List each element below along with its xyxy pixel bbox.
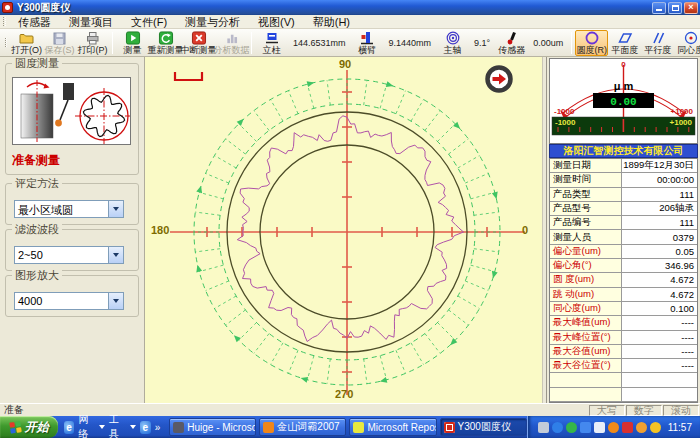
menu-sensor[interactable]: 传感器	[9, 15, 60, 29]
row-label: 产品型号	[550, 202, 622, 216]
row-value: 206轴承	[622, 202, 697, 216]
roundness-circle-icon	[584, 31, 600, 45]
quicklaunch-network[interactable]: 网络	[78, 413, 95, 438]
status-num: 数字	[626, 405, 662, 416]
start-button[interactable]: 开始	[0, 416, 58, 438]
close-button[interactable]: ×	[684, 2, 698, 14]
column-button[interactable]: 立柱	[255, 30, 288, 56]
task-button-huige[interactable]: Huige - Microsof...	[169, 418, 256, 436]
row-value: ----	[622, 316, 697, 330]
tray-icon[interactable]	[566, 422, 577, 433]
minimize-button[interactable]	[652, 2, 666, 14]
system-tray: 11:57	[527, 416, 700, 438]
clock[interactable]: 11:57	[668, 422, 692, 433]
gauge-unit: μ m	[614, 80, 634, 92]
menu-file[interactable]: 文件(F)	[122, 15, 176, 29]
tray-icon[interactable]	[580, 422, 591, 433]
analyze-chart-icon	[224, 31, 240, 45]
status-caps: 大写	[589, 405, 625, 416]
row-value: 00:00:00	[622, 173, 697, 187]
row-value: 111	[622, 216, 697, 230]
method-combobox[interactable]: 最小区域圆	[14, 200, 124, 218]
menu-measure-analyze[interactable]: 测量与分析	[176, 15, 249, 29]
magnify-combobox[interactable]: 4000	[14, 292, 124, 310]
task-button-repository[interactable]: Microsoft Reposi...	[349, 418, 436, 436]
row-value: ----	[622, 359, 697, 373]
ie-icon[interactable]: e	[140, 421, 151, 434]
task-button-ciba[interactable]: 金山词霸2007	[259, 418, 346, 436]
column-value: 144.6531mm	[293, 38, 346, 48]
menubar-grip	[3, 17, 6, 26]
printer-icon	[85, 31, 100, 45]
ie-icon[interactable]: e	[64, 421, 75, 434]
interrupt-x-icon	[191, 31, 207, 45]
method-value: 最小区域圆	[15, 201, 108, 217]
spindle-button[interactable]: 主轴	[436, 30, 469, 56]
row-value: 4.672	[622, 273, 697, 287]
menubar: 传感器 测量项目 文件(F) 测量与分析 视图(V) 帮助(H)	[0, 15, 700, 29]
tray-icon[interactable]	[636, 422, 647, 433]
concentricity-dot-icon	[683, 31, 699, 45]
sensor-value: 0.00um	[533, 38, 563, 48]
row-label: 产品类型	[550, 188, 622, 202]
row-value: ----	[622, 331, 697, 345]
row-label: 跳 动(um)	[550, 288, 622, 302]
filter-dropdown-button[interactable]	[108, 247, 123, 263]
angle-label-0: 0	[522, 224, 528, 236]
mode-roundness-button[interactable]: 圆度(R)	[575, 30, 608, 56]
quicklaunch-tools[interactable]: 工具	[109, 413, 126, 438]
results-panel: 0 μ m 0.00 -1000 +1000 -1000 +1000 洛阳汇智测…	[547, 57, 700, 403]
app-icon[interactable]	[2, 2, 13, 13]
toolbar-separator	[251, 32, 252, 54]
remeasure-refresh-icon	[158, 31, 174, 45]
tray-icon[interactable]	[608, 422, 619, 433]
mode-parallelism-button[interactable]: 平行度	[641, 30, 674, 56]
row-label: 测量时间	[550, 173, 622, 187]
gauge-bar-max: +1000	[670, 118, 693, 127]
row-value: ----	[622, 345, 697, 359]
remeasure-button[interactable]: 重新测量	[149, 30, 182, 56]
save-button[interactable]: 保存(S)	[43, 30, 76, 56]
chevron-down-icon[interactable]	[99, 425, 105, 429]
measure-play-icon	[125, 31, 141, 45]
row-label	[550, 373, 622, 387]
tray-icon[interactable]	[538, 422, 549, 433]
chevron-down-icon[interactable]	[130, 425, 136, 429]
filter-group-title: 滤波波段	[12, 223, 62, 235]
menu-measure-item[interactable]: 测量项目	[60, 15, 122, 29]
angle-label-270: 270	[335, 388, 353, 400]
method-groupbox: 评定方法 最小区域圆	[5, 183, 139, 225]
mode-flatness-button[interactable]: 平面度	[608, 30, 641, 56]
filter-combobox[interactable]: 2~50	[14, 246, 124, 264]
tray-icon[interactable]	[594, 422, 605, 433]
rotation-direction-button[interactable]	[485, 65, 513, 93]
method-dropdown-button[interactable]	[108, 201, 123, 217]
chevron-down-icon	[113, 299, 119, 303]
menu-view[interactable]: 视图(V)	[249, 15, 304, 29]
tray-icon[interactable]	[650, 422, 661, 433]
sensor-button[interactable]: 传感器	[495, 30, 528, 56]
quicklaunch-overflow-chevron[interactable]: »	[155, 422, 161, 433]
arm-button[interactable]: 横臂	[351, 30, 384, 56]
print-button[interactable]: 打印(P)	[76, 30, 109, 56]
sensor-probe-icon	[504, 31, 520, 45]
open-button[interactable]: 打开(O)	[10, 30, 43, 56]
gauge-bar-min: -1000	[555, 118, 576, 127]
task-button-y300[interactable]: Y300圆度仪	[440, 418, 527, 436]
magnify-dropdown-button[interactable]	[108, 293, 123, 309]
tray-icon[interactable]	[552, 422, 563, 433]
row-value	[622, 373, 697, 387]
magnify-group-title: 图形放大	[12, 269, 62, 281]
mode-concentricity1-button[interactable]: 同心度	[674, 30, 700, 56]
tray-icon[interactable]	[622, 422, 633, 433]
magnify-value: 4000	[15, 293, 108, 309]
row-label: 测量日期	[550, 159, 622, 173]
measure-button[interactable]: 测量	[116, 30, 149, 56]
toolbar-separator	[112, 32, 113, 54]
analyze-button[interactable]: 分析数据	[215, 30, 248, 56]
measure-group-title: 圆度测量	[12, 57, 62, 69]
maximize-button[interactable]	[668, 2, 682, 14]
interrupt-button[interactable]: 中断测量	[182, 30, 215, 56]
parallelism-lines-icon	[650, 31, 666, 45]
menu-help[interactable]: 帮助(H)	[304, 15, 359, 29]
